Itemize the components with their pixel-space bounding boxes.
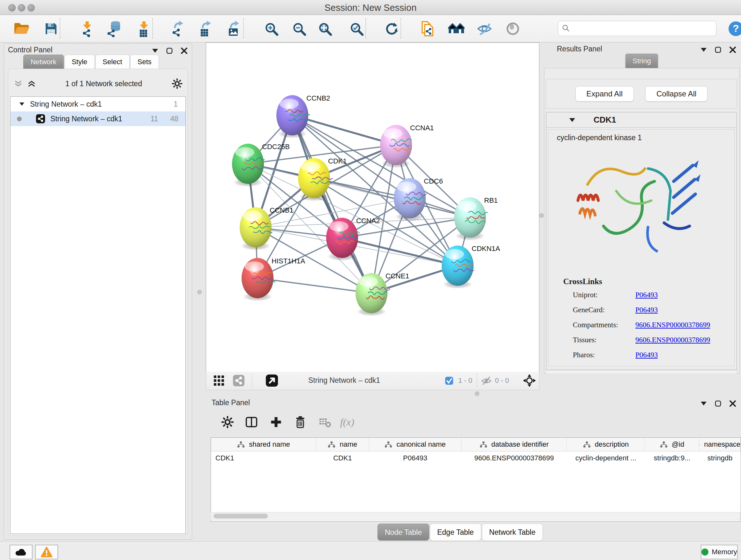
crosslink-pharos[interactable]: P06493 (635, 351, 658, 359)
close-panel-icon[interactable] (181, 48, 187, 54)
zoom-out-icon[interactable] (290, 19, 308, 38)
edge-CCNB2-CCNE1[interactable] (292, 115, 372, 293)
selected-checkbox[interactable] (444, 373, 454, 388)
export-network-icon[interactable] (169, 19, 187, 38)
column-header-canonicalname[interactable]: canonical name (369, 438, 461, 451)
network-options-gear-icon[interactable] (172, 78, 183, 89)
welcome-screen-icon[interactable] (448, 19, 465, 38)
search-box[interactable] (558, 21, 717, 36)
gene-section-header[interactable]: CDK1 (546, 112, 737, 128)
left-splitter-grip[interactable] (197, 290, 202, 294)
help-button[interactable]: ? (727, 19, 741, 38)
node-HIST1H1A[interactable] (242, 258, 275, 298)
tab-string[interactable]: String (625, 54, 658, 68)
birds-eye-view-button[interactable] (263, 372, 281, 389)
column-header-name[interactable]: name (316, 438, 369, 451)
node-CCNB1[interactable] (240, 207, 272, 247)
network-tree-row[interactable]: String Network – cdk1 11 48 (10, 111, 185, 126)
tab-edge-table[interactable]: Edge Table (430, 523, 481, 541)
search-input[interactable] (573, 24, 716, 33)
cell-name[interactable]: CDK1 (316, 451, 369, 465)
zoom-in-icon[interactable] (262, 19, 280, 38)
collapse-all-button[interactable]: Collapse All (645, 86, 708, 102)
cell-description[interactable]: cyclin-dependent ... (567, 451, 645, 465)
node-CDC25B[interactable] (232, 144, 265, 184)
export-table-icon[interactable] (197, 19, 215, 38)
cell-databaseidentifier[interactable]: 9606.ENSP00000378699 (461, 451, 567, 465)
zoom-fit-icon[interactable] (316, 19, 334, 38)
node-CDC6[interactable] (394, 178, 426, 219)
zoom-selected-icon[interactable] (347, 19, 365, 38)
crosslink-compartments[interactable]: 9606.ENSP00000378699 (635, 321, 711, 329)
column-header-databaseidentifier[interactable]: database identifier (461, 438, 567, 451)
cloud-button[interactable] (10, 545, 32, 559)
expand-all-button[interactable]: Expand All (576, 86, 634, 102)
cell-id[interactable]: stringdb:9... (645, 451, 699, 465)
delete-column-trash-icon[interactable] (291, 413, 309, 431)
close-panel-icon[interactable] (730, 47, 736, 53)
network-canvas[interactable]: CCNB2CCNA1CDC25BCDK1CDC6RB1CCNB1CCNA2CDK… (206, 43, 539, 372)
table-row[interactable]: CDK1CDK1P064939606.ENSP00000378699cyclin… (211, 451, 741, 465)
table-options-gear-icon[interactable] (219, 413, 237, 431)
tree-expand-icon[interactable] (19, 103, 24, 106)
collapse-panel-icon[interactable] (701, 401, 706, 406)
tab-network-table[interactable]: Network Table (482, 523, 543, 541)
tab-network[interactable]: Network (23, 55, 64, 69)
crosslink-genecard[interactable]: P06493 (635, 306, 658, 314)
view-grid-icon[interactable] (210, 372, 228, 389)
hide-graphics-details-icon[interactable] (475, 19, 493, 38)
results-scrollbar[interactable] (546, 370, 737, 374)
node-RB1[interactable] (454, 197, 488, 238)
save-session-icon[interactable] (42, 19, 60, 38)
cell-sharedname[interactable]: CDK1 (211, 451, 316, 465)
bottom-splitter-grip[interactable] (475, 391, 479, 396)
warnings-button[interactable] (35, 545, 58, 559)
export-image-icon[interactable] (225, 19, 243, 38)
float-panel-icon[interactable] (166, 48, 173, 54)
column-header-description[interactable]: description (567, 438, 645, 451)
edge-CDK1-RB1[interactable] (314, 178, 470, 217)
close-panel-icon[interactable] (730, 400, 736, 407)
tab-select[interactable]: Select (95, 55, 130, 69)
column-header-namespace[interactable]: namespace (699, 438, 741, 451)
show-columns-icon[interactable] (243, 413, 260, 431)
render-detail-icon[interactable] (504, 19, 522, 38)
crosslink-tissues[interactable]: 9606.ENSP00000378699 (635, 336, 711, 344)
tab-sets[interactable]: Sets (130, 55, 159, 69)
tab-style[interactable]: Style (64, 55, 95, 69)
first-neighbors-icon[interactable] (419, 19, 436, 38)
import-network-file-icon[interactable] (78, 19, 96, 38)
collapse-panel-icon[interactable] (152, 49, 158, 53)
collapse-panel-icon[interactable] (701, 48, 706, 52)
node-CDK1[interactable] (298, 158, 333, 198)
network-tree-row[interactable]: String Network – cdk1 1 (10, 97, 185, 111)
column-header-id[interactable]: @id (645, 438, 699, 451)
fit-selected-crosshair-icon[interactable] (521, 372, 538, 389)
column-header-sharedname[interactable]: shared name (211, 438, 316, 451)
node-CCNB2[interactable] (276, 95, 310, 135)
float-panel-icon[interactable] (715, 47, 721, 53)
open-session-icon[interactable] (13, 19, 30, 38)
memory-button[interactable]: Memory (701, 545, 738, 559)
table-horizontal-scrollbar[interactable] (211, 512, 740, 520)
node-CDKN1A[interactable] (442, 246, 474, 286)
expand-all-networks-icon[interactable] (27, 80, 36, 87)
scrollbar-thumb[interactable] (213, 514, 268, 518)
create-column-plus-icon[interactable] (267, 413, 285, 431)
cell-namespace[interactable]: stringdb (699, 451, 741, 465)
node-table[interactable]: shared namenamecanonical namedatabase id… (211, 437, 741, 522)
import-table-file-icon[interactable] (135, 19, 153, 38)
import-network-database-icon[interactable] (105, 19, 123, 38)
collapse-all-networks-icon[interactable] (14, 80, 22, 87)
cell-canonicalname[interactable]: P06493 (369, 451, 461, 465)
section-collapse-icon[interactable] (569, 118, 575, 122)
refresh-icon[interactable] (383, 19, 401, 38)
tab-node-table[interactable]: Node Table (378, 523, 429, 541)
edge-HIST1H1A-CCNE1[interactable] (258, 278, 372, 293)
view-network-icon[interactable] (230, 372, 248, 389)
float-panel-icon[interactable] (715, 400, 721, 407)
node-CCNA2[interactable] (326, 218, 360, 258)
node-CCNA1[interactable] (380, 125, 412, 165)
crosslink-uniprot[interactable]: P06493 (635, 291, 658, 299)
node-CCNE1[interactable] (355, 273, 390, 313)
